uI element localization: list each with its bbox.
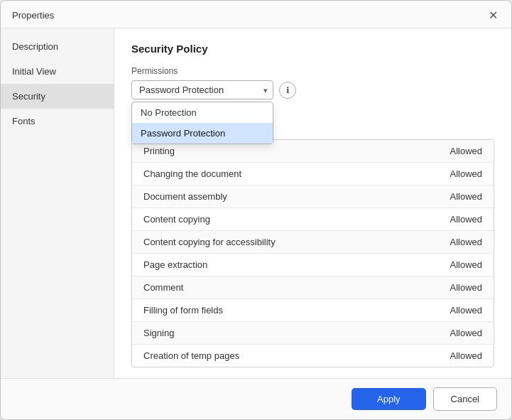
permissions-label: Permissions [131, 66, 494, 76]
perm-name-page-extraction: Page extraction [143, 259, 207, 270]
sidebar: Description Initial View Security Fonts [1, 28, 114, 378]
table-row: Document assembly Allowed [132, 185, 494, 208]
table-row: Changing the document Allowed [132, 163, 494, 185]
table-row: Content copying for accessibility Allowe… [132, 231, 494, 254]
table-row: Signing Allowed [132, 322, 494, 345]
perm-name-accessibility: Content copying for accessibility [143, 237, 276, 247]
close-button[interactable]: ✕ [486, 8, 500, 22]
main-content: Security Policy Permissions Password Pro… [114, 28, 511, 378]
sidebar-item-security[interactable]: Security [1, 84, 114, 109]
security-policy-dropdown[interactable]: Password Protection [131, 80, 273, 99]
table-row: Comment Allowed [132, 276, 494, 299]
cancel-button[interactable]: Cancel [433, 387, 497, 411]
info-button[interactable]: ℹ [279, 82, 296, 99]
perm-value-content-copying: Allowed [450, 214, 482, 225]
sidebar-item-fonts[interactable]: Fonts [1, 109, 114, 134]
apply-button[interactable]: Apply [352, 388, 426, 410]
perm-value-signing: Allowed [450, 328, 482, 338]
perm-name-signing: Signing [143, 328, 174, 338]
perm-value-comment: Allowed [450, 282, 482, 293]
perm-name-content-copying: Content copying [143, 214, 210, 225]
dialog-body: Description Initial View Security Fonts … [1, 28, 511, 378]
dialog-title: Properties [12, 10, 54, 21]
dialog-footer: Apply Cancel [1, 378, 511, 419]
dropdown-popup: No Protection Password Protection [131, 102, 273, 144]
perm-name-assembly: Document assembly [143, 191, 227, 202]
dropdown-wrapper: Password Protection ▾ No Protection Pass… [131, 80, 273, 99]
perm-name-form-fields: Filling of form fields [143, 305, 223, 316]
dropdown-option-no-protection[interactable]: No Protection [132, 102, 273, 123]
sidebar-item-description[interactable]: Description [1, 34, 114, 59]
dropdown-option-password-protection[interactable]: Password Protection [132, 123, 273, 144]
perm-name-printing: Printing [143, 146, 175, 156]
title-bar: Properties ✕ [1, 1, 511, 28]
perm-name-temp-pages: Creation of temp pages [143, 350, 239, 361]
perm-value-changing: Allowed [450, 168, 482, 179]
table-row: Content copying Allowed [132, 208, 494, 231]
perm-name-changing: Changing the document [143, 168, 241, 179]
perm-value-page-extraction: Allowed [450, 259, 482, 270]
perm-name-comment: Comment [143, 282, 183, 293]
perm-value-printing: Allowed [450, 146, 482, 156]
properties-dialog: Properties ✕ Description Initial View Se… [0, 0, 512, 420]
perm-value-temp-pages: Allowed [450, 350, 482, 361]
perm-value-accessibility: Allowed [450, 237, 482, 247]
info-icon: ℹ [286, 85, 290, 95]
table-row: Creation of temp pages Allowed [132, 345, 494, 367]
perm-value-assembly: Allowed [450, 191, 482, 202]
table-row: Filling of form fields Allowed [132, 299, 494, 322]
dropdown-row: Password Protection ▾ No Protection Pass… [131, 80, 494, 99]
permissions-table: Printing Allowed Changing the document A… [131, 139, 494, 367]
perm-value-form-fields: Allowed [450, 305, 482, 316]
table-row: Page extraction Allowed [132, 254, 494, 276]
section-title: Security Policy [131, 43, 494, 55]
sidebar-item-initial-view[interactable]: Initial View [1, 59, 114, 84]
